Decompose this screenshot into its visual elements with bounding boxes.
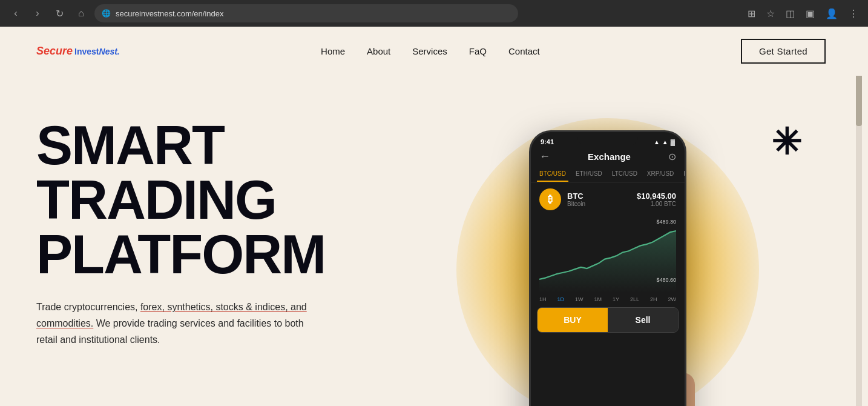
menu-button[interactable]: ⋮ [846, 5, 861, 22]
get-started-button[interactable]: Get Started [741, 39, 826, 64]
phone-notch [577, 132, 638, 145]
coin-price-area: $10,945.00 1.00 BTC [637, 191, 676, 207]
phone-time: 9:41 [541, 138, 554, 145]
website-content: Secure InvestNest. Home About Services F… [0, 27, 862, 406]
price-chart [539, 219, 676, 293]
home-button[interactable]: ⌂ [73, 5, 90, 22]
logo-nest: Nest. [99, 47, 120, 56]
profile-button[interactable]: 👤 [823, 5, 840, 22]
chart-area: $489.30 $480.60 [531, 216, 685, 295]
globe-icon: 🌐 [102, 9, 111, 18]
phone-tab-ethusd[interactable]: ETH/USD [573, 168, 605, 182]
phone-area: ✳ 9:41 ▲ ▲ ▓ ← Exchange ⊙ [402, 88, 814, 406]
phone-tab-eos[interactable]: EOS [681, 168, 686, 182]
asterisk-decoration: ✳ [771, 124, 801, 161]
phone-tabs: BTC/USD ETH/USD LTC/USD XRP/USD EOS [531, 168, 685, 182]
hero-title-line2: TRADING [36, 170, 276, 230]
time-1w[interactable]: 1W [575, 296, 584, 302]
buy-button[interactable]: BUY [538, 308, 608, 332]
btc-icon: ₿ [539, 188, 561, 210]
chart-time-labels: 1H 1D 1W 1M 1Y 2LL 2H 2W [531, 295, 685, 304]
navbar: Secure InvestNest. Home About Services F… [0, 27, 862, 76]
phone-tab-ltcusd[interactable]: LTC/USD [610, 168, 640, 182]
nav-about[interactable]: About [367, 46, 390, 56]
phone-tab-xrpusd[interactable]: XRP/USD [645, 168, 676, 182]
browser-chrome: ‹ › ↻ ⌂ 🌐 secureinvestnest.com/en/index … [0, 0, 868, 27]
chart-high-label: $489.30 [656, 219, 676, 225]
coin-symbol: BTC [567, 191, 631, 201]
time-1h[interactable]: 1H [539, 296, 547, 302]
hero-title-line1: SMART [36, 115, 224, 176]
sidebar-button[interactable]: ▣ [803, 5, 817, 22]
phone-tab-btcusd[interactable]: BTC/USD [537, 168, 568, 182]
nav-home[interactable]: Home [321, 46, 345, 56]
phone-mockup: 9:41 ▲ ▲ ▓ ← Exchange ⊙ BTC/USD ETH/USD … [529, 130, 686, 406]
phone-screen-title: Exchange [550, 151, 668, 162]
forward-button[interactable]: › [29, 5, 46, 22]
time-1d[interactable]: 1D [557, 296, 565, 302]
phone-status-icons: ▲ ▲ ▓ [654, 139, 675, 145]
nav-services[interactable]: Services [412, 46, 447, 56]
phone-search-icon[interactable]: ⊙ [668, 151, 676, 162]
nav-links: Home About Services FaQ Contact [321, 46, 540, 57]
time-2w[interactable]: 2W [668, 296, 677, 302]
back-button[interactable]: ‹ [7, 5, 24, 22]
sell-button[interactable]: Sell [608, 308, 678, 332]
coin-info: BTC Bitcoin [567, 191, 631, 207]
logo[interactable]: Secure InvestNest. [36, 45, 120, 58]
url-text: secureinvestnest.com/en/index [116, 9, 223, 18]
coin-name: Bitcoin [567, 201, 631, 207]
time-2ll[interactable]: 2LL [630, 296, 639, 302]
chart-low-label: $480.60 [656, 277, 676, 283]
browser-actions: ⊞ ☆ ◫ ▣ 👤 ⋮ [745, 5, 861, 22]
hero-section: SMART TRADING PLATFORM Trade cryptocurre… [0, 76, 862, 403]
time-1y[interactable]: 1Y [613, 296, 619, 302]
nav-contact[interactable]: Contact [508, 46, 540, 56]
translate-button[interactable]: ⊞ [745, 5, 758, 22]
address-bar[interactable]: 🌐 secureinvestnest.com/en/index [94, 4, 518, 22]
logo-secure: Secure [36, 45, 73, 58]
hero-title: SMART TRADING PLATFORM [36, 118, 325, 282]
hero-desc-before: Trade cryptocurrencies, [36, 302, 140, 312]
logo-invest: Invest [74, 47, 99, 56]
coin-price-value: $10,945.00 [637, 191, 676, 201]
time-2h[interactable]: 2H [650, 296, 657, 302]
phone-coin-row: ₿ BTC Bitcoin $10,945.00 1.00 BTC [531, 182, 685, 216]
reload-button[interactable]: ↻ [51, 5, 68, 22]
phone-back-button[interactable]: ← [539, 150, 550, 163]
hero-title-line3: PLATFORM [36, 224, 325, 285]
bookmark-button[interactable]: ☆ [764, 5, 777, 22]
hero-description: Trade cryptocurrencies, forex, synthetic… [36, 299, 315, 348]
coin-amount: 1.00 BTC [637, 201, 676, 207]
phone-header: ← Exchange ⊙ [531, 148, 685, 168]
extensions-button[interactable]: ◫ [783, 5, 797, 22]
time-1m[interactable]: 1M [594, 296, 602, 302]
nav-faq[interactable]: FaQ [469, 46, 487, 56]
hero-text: SMART TRADING PLATFORM Trade cryptocurre… [36, 100, 325, 348]
phone-action-buttons: BUY Sell [537, 307, 679, 333]
